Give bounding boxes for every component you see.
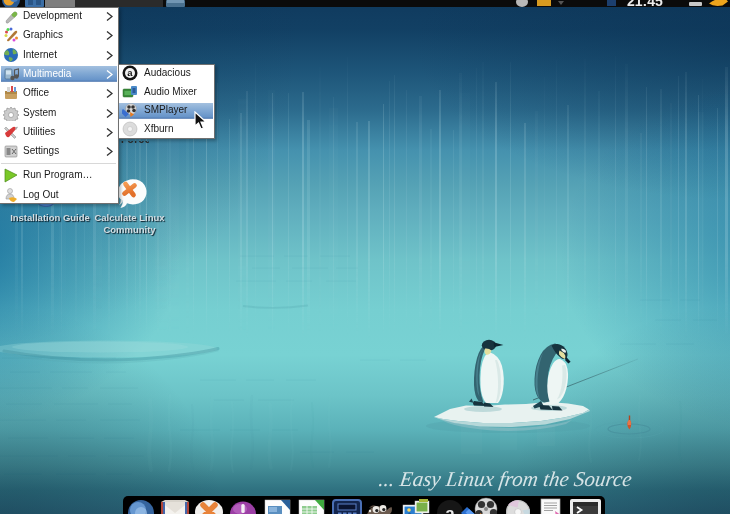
svg-text:a: a bbox=[127, 67, 133, 78]
svg-text:a: a bbox=[445, 504, 455, 514]
svg-text:21:45: 21:45 bbox=[627, 0, 663, 7]
